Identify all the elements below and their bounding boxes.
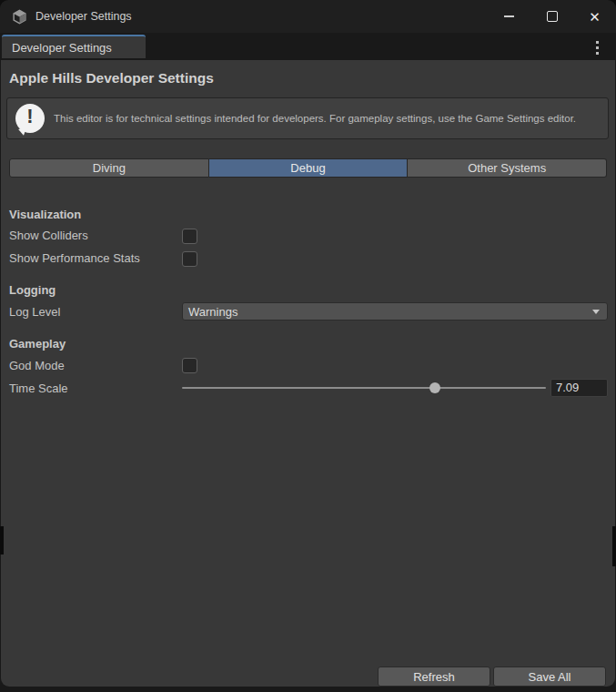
time-scale-slider-track[interactable] [182,387,546,389]
log-level-value: Warnings [183,305,592,319]
window-title: Developer Settings [35,10,132,23]
show-performance-stats-label: Show Performance Stats [9,251,140,265]
right-edge-notch [612,526,616,566]
category-toolbar: Diving Debug Other Systems [9,158,607,178]
section-title-gameplay: Gameplay [9,337,66,351]
show-colliders-checkbox[interactable] [182,229,197,244]
left-edge-notch [0,526,4,555]
unity-app-icon [12,9,27,25]
close-icon: ✕ [589,10,601,24]
close-button[interactable]: ✕ [573,0,616,33]
info-speech-bubble-icon: ! [15,104,45,133]
tab-developer-settings[interactable]: Developer Settings [2,35,146,58]
time-scale-value-field[interactable]: 7.09 [550,379,608,397]
minimize-button[interactable] [488,0,530,33]
desktop: Developer Settings ✕ Developer Settings … [0,0,616,692]
minimize-icon [504,15,514,17]
title-bar: Developer Settings ✕ [0,0,616,33]
maximize-icon [547,11,558,22]
toolbar-tab-diving[interactable]: Diving [9,158,209,178]
time-scale-slider-thumb[interactable] [429,382,440,393]
section-title-logging: Logging [9,283,56,297]
kebab-icon [596,41,599,44]
page-title: Apple Hills Developer Settings [9,70,214,86]
refresh-button[interactable]: Refresh [378,667,490,687]
chevron-down-icon [592,310,600,314]
show-performance-stats-checkbox[interactable] [182,251,197,267]
settings-panel [1,60,615,687]
time-scale-label: Time Scale [9,382,68,395]
tab-label: Developer Settings [12,41,112,55]
god-mode-label: God Mode [9,359,65,372]
maximize-button[interactable] [530,0,573,33]
editor-tab-bar: Developer Settings [0,33,616,60]
show-colliders-label: Show Colliders [9,229,88,242]
tab-menu-button[interactable] [591,41,602,55]
toolbar-tab-other-systems[interactable]: Other Systems [408,158,607,178]
toolbar-tab-debug[interactable]: Debug [209,158,409,178]
god-mode-checkbox[interactable] [182,358,197,373]
help-box-text: This editor is for technical settings in… [54,111,589,127]
log-level-dropdown[interactable]: Warnings [182,302,608,321]
section-title-visualization: Visualization [9,208,81,221]
save-all-button[interactable]: Save All [493,667,606,687]
info-help-box: ! This editor is for technical settings … [6,97,609,139]
log-level-label: Log Level [9,305,60,319]
developer-settings-window: Developer Settings ✕ Developer Settings … [0,0,616,692]
window-controls: ✕ [488,0,616,33]
